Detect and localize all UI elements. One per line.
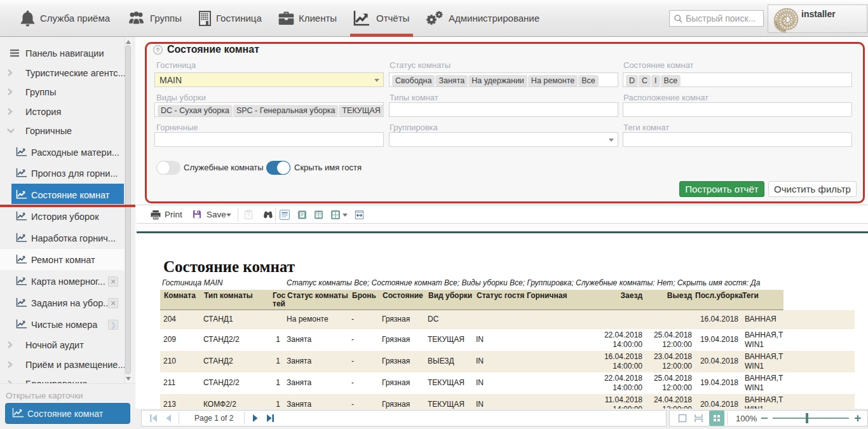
svg-text:?: ? [247,212,250,218]
